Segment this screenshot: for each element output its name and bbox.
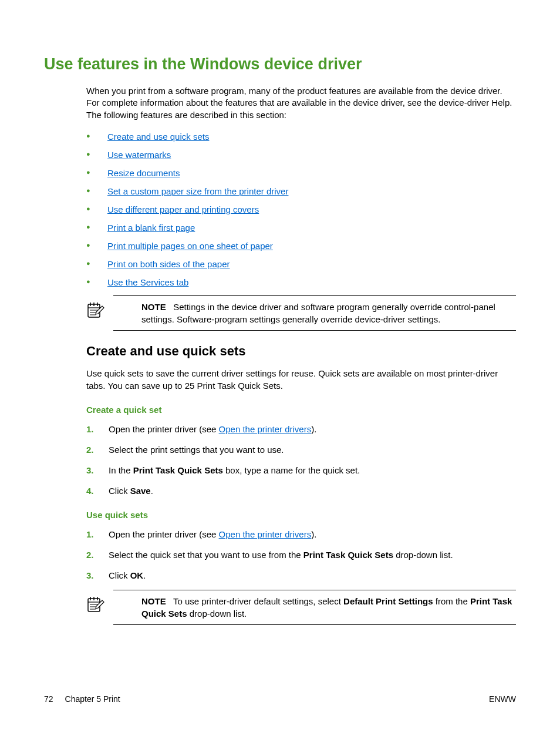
step: Select the print settings that you want … [86,443,516,456]
link-resize[interactable]: Resize documents [107,168,180,178]
link-services-tab[interactable]: Use the Services tab [107,277,188,287]
step: Open the printer driver (see Open the pr… [86,528,516,540]
note-icon [86,301,105,321]
step: Open the printer driver (see Open the pr… [86,423,516,435]
chapter-label: Chapter 5 Print [65,694,120,704]
section-heading-quick-sets: Create and use quick sets [86,344,516,359]
footer-lang: ENWW [489,694,516,704]
link-blank-first[interactable]: Print a blank first page [107,223,195,233]
page-number: 72 [44,694,53,704]
note-override-settings: NOTE Settings in the device driver and s… [113,295,516,331]
link-multiple-pages[interactable]: Print multiple pages on one sheet of pap… [107,241,273,251]
use-steps: Open the printer driver (see Open the pr… [86,528,516,582]
link-watermarks[interactable]: Use watermarks [107,150,171,160]
subheading-use: Use quick sets [86,510,516,520]
note-text: Settings in the device driver and softwa… [141,302,495,324]
note-label: NOTE [141,596,166,606]
create-steps: Open the printer driver (see Open the pr… [86,423,516,497]
step: In the Print Task Quick Sets box, type a… [86,464,516,476]
feature-link-list: Create and use quick sets Use watermarks… [86,132,516,287]
page-footer: 72 Chapter 5 Print ENWW [44,694,516,704]
link-both-sides[interactable]: Print on both sides of the paper [107,259,230,269]
subheading-create: Create a quick set [86,405,516,415]
step: Click Save. [86,485,516,497]
note-label: NOTE [141,302,166,312]
link-quick-sets[interactable]: Create and use quick sets [107,132,209,142]
link-different-paper[interactable]: Use different paper and printing covers [107,204,259,214]
step: Click OK. [86,569,516,582]
link-open-drivers[interactable]: Open the printer drivers [219,529,312,539]
link-custom-paper[interactable]: Set a custom paper size from the printer… [107,186,288,196]
note-default-settings: NOTE To use printer-driver default setti… [113,590,516,625]
page-title: Use features in the Windows device drive… [44,55,516,73]
note-icon [86,595,105,616]
section-body: Use quick sets to save the current drive… [86,367,516,392]
intro-paragraph: When you print from a software program, … [86,85,516,121]
step: Select the quick set that you want to us… [86,549,516,561]
link-open-drivers[interactable]: Open the printer drivers [219,424,312,434]
